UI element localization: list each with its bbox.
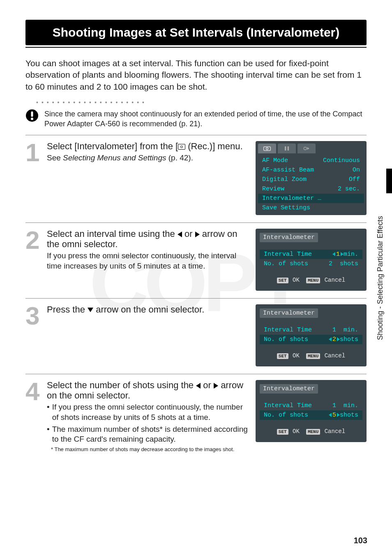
set-button-label: SET xyxy=(277,353,288,359)
separator xyxy=(25,222,367,223)
left-arrow-icon xyxy=(196,383,201,389)
page-title: Shooting Images at Set Intervals (Interv… xyxy=(25,20,367,45)
separator xyxy=(25,298,367,299)
lcd-tab-camera-icon xyxy=(258,144,276,153)
svg-point-4 xyxy=(266,148,268,150)
lcd-row-highlighted: Intervalometer … xyxy=(258,194,364,203)
lcd-screenshot-4: Intervalometer Interval Time1 min. No. o… xyxy=(256,380,367,442)
down-arrow-icon xyxy=(88,308,93,312)
lcd-panel-title: Intervalometer xyxy=(260,384,318,394)
menu-button-label: MENU xyxy=(306,353,320,359)
step-number-1: 1 xyxy=(25,141,44,164)
lcd-row: AF ModeContinuous xyxy=(258,156,364,165)
step-number-4: 4 xyxy=(25,380,44,403)
section-thumb-tab xyxy=(386,169,392,193)
step-2-heading: Select an interval time using the or arr… xyxy=(47,229,250,250)
lcd-panel-title: Intervalometer xyxy=(260,308,318,318)
lcd-row-interval-time: Interval Time1 min. xyxy=(260,401,362,410)
step-number-3: 3 xyxy=(25,304,44,327)
set-button-label: SET xyxy=(277,429,288,435)
step-1-text: See Selecting Menus and Settings (p. 42)… xyxy=(47,153,250,163)
section-side-label: Shooting - Selecting Particular Effects xyxy=(376,216,385,340)
svg-point-7 xyxy=(304,147,307,150)
step-2: 2 Select an interval time using the or a… xyxy=(25,229,367,291)
exclamation-icon xyxy=(25,109,39,124)
svg-rect-3 xyxy=(264,146,271,150)
lcd-tab-mycamera-icon xyxy=(297,144,316,153)
right-arrow-icon xyxy=(214,383,218,389)
lcd-row-no-of-shots: No. of shots5shots xyxy=(260,410,362,420)
step-2-text: If you press the omni selector continuou… xyxy=(47,251,250,271)
svg-rect-5 xyxy=(285,146,286,151)
lcd-button-hints: SET OK MENU Cancel xyxy=(260,277,362,283)
step-3: 3 Press the arrow on the omni selector. … xyxy=(25,304,367,366)
lcd-button-hints: SET OK MENU Cancel xyxy=(260,352,362,359)
svg-rect-1 xyxy=(31,111,33,117)
step-4-bullet-1: If you press the omni selector continuou… xyxy=(47,402,250,422)
lcd-row-no-of-shots: No. of shots2shots xyxy=(260,335,362,344)
menu-button-label: MENU xyxy=(306,278,320,283)
rec-menu-icon xyxy=(178,144,185,150)
separator xyxy=(25,374,367,374)
lcd-row-no-of-shots: No. of shots2 shots xyxy=(260,259,362,269)
lcd-row: Save Settings xyxy=(258,203,364,213)
lcd-screenshot-1: AF ModeContinuous AF-assist BeamOn Digit… xyxy=(256,141,367,215)
lcd-row: Digital ZoomOff xyxy=(258,175,364,184)
separator xyxy=(25,135,367,135)
step-1: 1 Select [Intervalometer] from the [ (Re… xyxy=(25,141,367,215)
lcd-button-hints: SET OK MENU Cancel xyxy=(260,428,362,435)
step-4-bullet-2: The maximum number of shots* is determin… xyxy=(47,424,250,445)
caution-note: Since the camera may shoot continuously … xyxy=(25,109,367,129)
lcd-screenshot-3: Intervalometer Interval Time1 min. No. o… xyxy=(256,304,367,366)
svg-rect-6 xyxy=(288,146,289,151)
step-3-heading: Press the arrow on the omni selector. xyxy=(47,304,250,315)
lcd-panel-title: Intervalometer xyxy=(260,233,318,242)
lcd-row-interval-time: Interval Time1min. xyxy=(260,250,362,259)
lcd-row: AF-assist BeamOn xyxy=(258,165,364,175)
right-arrow-icon xyxy=(195,232,200,237)
step-number-2: 2 xyxy=(25,229,44,252)
svg-point-2 xyxy=(31,118,33,120)
step-4: 4 Select the number of shots using the o… xyxy=(25,380,367,453)
step-4-footnote: * The maximum number of shots may decrea… xyxy=(47,446,250,453)
lcd-row-interval-time: Interval Time1 min. xyxy=(260,325,362,335)
lcd-tab-tools-icon xyxy=(278,144,296,153)
page-number: 103 xyxy=(354,536,367,545)
lcd-screenshot-2: Intervalometer Interval Time1min. No. of… xyxy=(256,229,367,291)
title-underline xyxy=(25,47,367,48)
lcd-row: Review2 sec. xyxy=(258,184,364,194)
dotted-rule: ••••••••••••••••••••• xyxy=(25,99,367,106)
intro-text: You can shoot images at a set interval. … xyxy=(25,58,367,93)
caution-text: Since the camera may shoot continuously … xyxy=(44,109,367,129)
left-arrow-icon xyxy=(178,232,182,237)
set-button-label: SET xyxy=(277,278,288,283)
step-4-heading: Select the number of shots using the or … xyxy=(47,380,250,401)
menu-button-label: MENU xyxy=(306,429,320,435)
step-1-heading: Select [Intervalometer] from the [ (Rec.… xyxy=(47,141,250,151)
